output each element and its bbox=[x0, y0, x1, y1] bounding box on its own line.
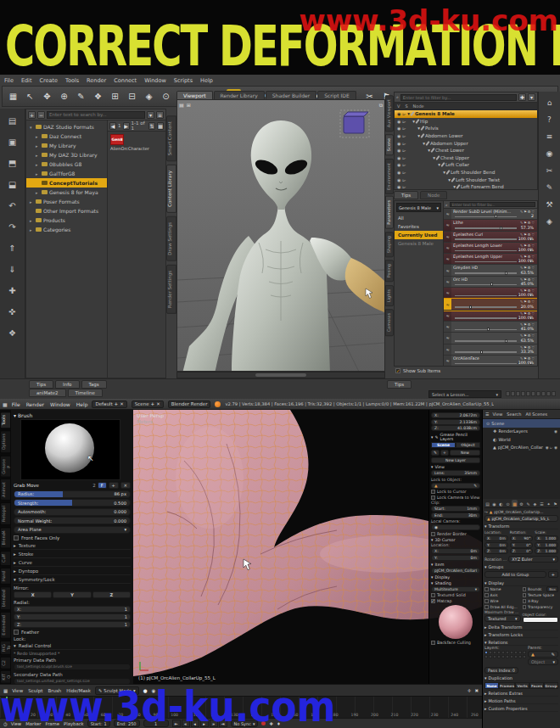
display-checkbox[interactable] bbox=[523, 605, 527, 609]
viewport-tab[interactable]: Script IDE bbox=[317, 91, 356, 99]
relations-section-header[interactable]: ▾ Relations bbox=[484, 639, 558, 646]
parameter-action-icons[interactable]: ✎⚑⚙♡ bbox=[520, 255, 535, 259]
render-border-checkbox[interactable] bbox=[431, 532, 435, 536]
unlink-brush-button[interactable]: ✕ bbox=[120, 482, 131, 489]
daz-activity-icon[interactable]: ✂ bbox=[546, 166, 553, 175]
display-checkbox[interactable] bbox=[484, 599, 489, 603]
collapsed-section-header[interactable]: ▸ Custom Properties bbox=[484, 705, 558, 712]
visibility-eye-icon[interactable]: ◉ bbox=[397, 184, 400, 189]
collapsed-section-header[interactable]: ▸ Texture bbox=[14, 542, 131, 550]
transform-median-field[interactable]: Z:41.038cm bbox=[431, 425, 480, 431]
parameter-slider-row[interactable]: ≈ ✎⚑⚙♡ 33.3% bbox=[444, 344, 537, 356]
transform-median-field[interactable]: Y:2.1336m bbox=[431, 419, 480, 425]
parameter-slider-row[interactable]: ≈ OrcAlienFace ✎⚑⚙♡ 100.0% bbox=[444, 356, 537, 366]
daz-left-icon[interactable]: ⬒ bbox=[5, 156, 20, 170]
expand-arrow-icon[interactable]: ▾ bbox=[407, 111, 410, 116]
sculpt-plane-dropdown[interactable]: Area Plane▾ bbox=[14, 526, 131, 534]
gp-new-button[interactable]: New bbox=[450, 450, 480, 456]
daz-left-icon[interactable]: ↶ bbox=[5, 199, 20, 212]
daz-right-tab[interactable]: Parameters bbox=[385, 196, 394, 229]
parameter-slider-track[interactable]: 100.0% bbox=[453, 294, 535, 297]
outliner-menu-item[interactable]: View bbox=[492, 412, 502, 417]
scene-node-row[interactable]: ◉▻ ▾ Pelvis bbox=[395, 125, 537, 132]
tab-tips[interactable]: Tips bbox=[394, 191, 418, 199]
lock-camera-checkbox[interactable] bbox=[431, 496, 435, 500]
daz-activity-icon[interactable]: ⚒ bbox=[546, 200, 552, 209]
rotation-field[interactable]: Z:0° bbox=[510, 548, 534, 554]
expand-arrow-icon[interactable]: ▾ bbox=[453, 184, 456, 189]
lesson-pager-squares[interactable] bbox=[506, 391, 556, 396]
transform-median-field[interactable]: X:2.0672m bbox=[431, 412, 480, 418]
collapsed-section-header[interactable]: ▸ Dyntopo bbox=[14, 568, 131, 575]
duplication-option[interactable]: Verts bbox=[515, 682, 529, 689]
parameter-slider-row[interactable]: ≈ ✎⚑⚙♡ 100.0% bbox=[444, 288, 537, 299]
daz-right-tab[interactable]: Lights bbox=[385, 285, 394, 306]
content-tree-item[interactable]: ▸ GalTforG8 bbox=[26, 169, 107, 178]
display-option[interactable]: Texture Space bbox=[523, 592, 559, 598]
daz-left-icon[interactable]: ✜ bbox=[5, 305, 20, 318]
parameter-slider-track[interactable]: 100.0% bbox=[453, 238, 535, 241]
transform-section-header[interactable]: ▾ Transform bbox=[484, 523, 558, 529]
new-layer-button[interactable]: New Layer bbox=[431, 457, 480, 463]
scene-node-row[interactable]: ◉▻ ▾ Abdomen Lower bbox=[395, 132, 537, 140]
rotation-mode-dropdown[interactable]: XYZ Euler▾ bbox=[508, 556, 558, 563]
selectable-icon[interactable]: ▻ bbox=[402, 133, 406, 138]
display-option[interactable]: Name bbox=[484, 586, 521, 592]
close-icon[interactable]: ✕ bbox=[156, 401, 160, 406]
daz-toolbar-icon[interactable]: ✥ bbox=[40, 89, 54, 104]
parameter-slider-track[interactable]: 2 bbox=[453, 215, 535, 218]
content-tree-item[interactable]: ConceptTutorials bbox=[26, 178, 107, 188]
display-option[interactable]: Bounds Box bbox=[523, 586, 559, 592]
blender-menu-item[interactable]: File bbox=[12, 401, 20, 407]
pencil-icon[interactable]: ✎ bbox=[431, 450, 440, 456]
content-tree-item[interactable]: ▸ Categories bbox=[26, 225, 107, 234]
slider-thumb[interactable] bbox=[500, 227, 502, 230]
scene-node-row[interactable]: ◉▻ ▾ Left Forearm Bend bbox=[395, 183, 537, 189]
animation-tab[interactable]: aniMate2 bbox=[29, 389, 66, 397]
selectable-icon[interactable]: ▻ bbox=[402, 184, 406, 189]
scene-node-row[interactable]: ◉▻ ▾ Chest Upper bbox=[395, 154, 537, 162]
daz-left-icon[interactable]: ⬓ bbox=[5, 177, 20, 191]
radius-slider[interactable]: Radius:86 px bbox=[14, 490, 131, 498]
selectable-icon[interactable]: ▻ bbox=[402, 111, 406, 116]
bottom-tab[interactable]: Tags bbox=[81, 380, 107, 389]
expand-arrow-icon[interactable]: ▸ bbox=[36, 153, 40, 158]
radial-control-header[interactable]: ▾ Radial Control bbox=[14, 642, 131, 650]
scene-node-row[interactable]: ◉▻ ▾ Genesis 8 Male bbox=[395, 110, 537, 118]
pane-maximize-icon[interactable]: ⧉ bbox=[379, 102, 383, 109]
remove-button[interactable]: − bbox=[37, 111, 45, 119]
blender-menu-item[interactable]: Window bbox=[50, 401, 70, 407]
viewport-tab[interactable]: Shader Builder bbox=[266, 91, 316, 99]
daz-toolbar-icon[interactable]: ⊙ bbox=[159, 89, 173, 104]
pass-index-field[interactable]: Pass Index:0 bbox=[484, 667, 518, 674]
shelf-tab[interactable]: C2 bbox=[0, 657, 11, 669]
display-option[interactable]: Axis bbox=[484, 592, 521, 598]
selectable-icon[interactable]: ▻ bbox=[402, 126, 406, 131]
expand-arrow-icon[interactable]: ▾ bbox=[433, 155, 435, 160]
grease-pencil-header[interactable]: ▾ ✎ Grease Pencil Layers bbox=[431, 433, 480, 441]
daz-activity-icon[interactable]: ◈ bbox=[546, 217, 552, 226]
radial-count-field[interactable]: X:1 bbox=[14, 606, 131, 613]
display-option[interactable]: Wire bbox=[484, 598, 521, 604]
visibility-eye-icon[interactable]: ◉ bbox=[397, 141, 400, 146]
item-name-field[interactable]: pJCM_OrcAlien_CollarUp_55_L bbox=[431, 568, 480, 574]
show-sub-items-checkbox[interactable]: ✓ bbox=[395, 368, 400, 373]
shelf-tab[interactable]: Hard bbox=[0, 568, 11, 585]
parameter-action-icons[interactable]: ✎⚑⚙♡ bbox=[520, 300, 535, 304]
render-icon[interactable]: ✖ bbox=[474, 688, 479, 693]
cursor-location-field[interactable]: Y:0m bbox=[431, 555, 480, 561]
collapsed-section-header[interactable]: ▸ Motion Paths bbox=[484, 697, 558, 704]
shelf-tab[interactable]: blended bbox=[0, 586, 11, 610]
expand-arrow-icon[interactable]: ▾ bbox=[412, 119, 415, 124]
selectable-icon[interactable]: ▻ bbox=[402, 141, 406, 146]
sort-button[interactable]: ⇅ bbox=[148, 122, 155, 130]
duplication-section-header[interactable]: ▾ Duplication bbox=[484, 675, 558, 681]
duplication-option[interactable]: Faces bbox=[529, 682, 544, 689]
scene-node-row[interactable]: ◉▻ ▾ Hip bbox=[395, 118, 537, 126]
daz-activity-icon[interactable]: ⌂ bbox=[547, 98, 552, 107]
content-tree-item[interactable]: Other Import Formats bbox=[26, 206, 107, 216]
properties-tab-icon[interactable]: ◐ bbox=[498, 500, 504, 507]
shelf-tab[interactable]: Tools bbox=[0, 412, 11, 428]
add-icon[interactable]: + bbox=[548, 571, 558, 578]
content-tree-item[interactable]: ▸ My Library bbox=[26, 141, 107, 150]
